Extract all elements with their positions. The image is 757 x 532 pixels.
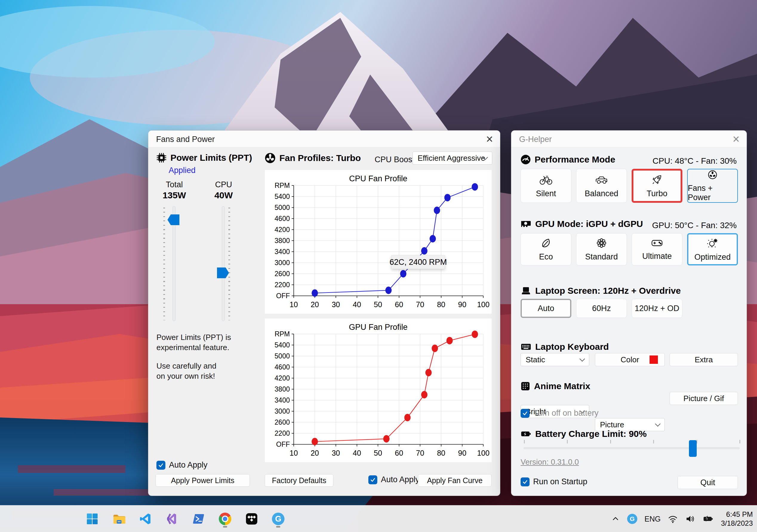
quit-button[interactable]: Quit xyxy=(678,476,738,489)
svg-text:5400: 5400 xyxy=(275,193,290,200)
close-icon[interactable]: × xyxy=(727,131,745,147)
keyboard-icon xyxy=(521,343,531,351)
keyboard-color-button[interactable]: Color xyxy=(595,353,665,366)
gpu-fan-profile-chart[interactable]: GPU Fan Profile102030405060708090100OFF2… xyxy=(265,319,492,462)
gpu-mode-heading: GPU Mode: iGPU + dGPU xyxy=(521,219,643,229)
perf-fans-power-button[interactable]: Fans + Power xyxy=(687,169,738,203)
fans-window-title: Fans and Power xyxy=(156,135,215,144)
powershell-button[interactable] xyxy=(189,510,208,528)
svg-text:OFF: OFF xyxy=(276,440,290,448)
close-icon[interactable]: × xyxy=(481,131,498,147)
gpu-ultimate-button[interactable]: Ultimate xyxy=(632,233,682,266)
svg-text:10: 10 xyxy=(289,300,298,309)
svg-text:50: 50 xyxy=(374,300,382,309)
car-icon xyxy=(594,174,608,185)
power-limits-heading: Power Limits (PPT) xyxy=(156,153,252,163)
battery-limit-slider-handle[interactable] xyxy=(689,440,697,457)
tidal-icon xyxy=(245,513,258,525)
screen-120hz-od-button[interactable]: 120Hz + OD xyxy=(632,299,682,318)
taskbar-clock[interactable]: 6:45 PM 3/18/2023 xyxy=(721,510,753,528)
svg-text:40: 40 xyxy=(353,300,361,309)
svg-text:2200: 2200 xyxy=(275,430,290,437)
chevron-up-icon[interactable] xyxy=(611,515,620,523)
tidal-button[interactable] xyxy=(242,510,261,528)
gpu-standard-button[interactable]: Standard xyxy=(576,233,627,266)
svg-text:90: 90 xyxy=(458,300,467,309)
svg-text:3400: 3400 xyxy=(275,248,290,256)
perf-turbo-button[interactable]: Turbo xyxy=(632,169,682,203)
ghelper-tray-icon[interactable]: G xyxy=(627,514,637,524)
chrome-button[interactable] xyxy=(216,510,234,528)
language-indicator[interactable]: ENG xyxy=(645,515,661,523)
factory-defaults-button[interactable]: Factory Defaults xyxy=(265,474,333,487)
fan-icon xyxy=(265,153,276,163)
svg-text:OFF: OFF xyxy=(276,292,290,300)
fan-outline-icon xyxy=(707,169,718,180)
start-button[interactable] xyxy=(83,510,102,528)
svg-text:5400: 5400 xyxy=(275,341,290,349)
svg-text:80: 80 xyxy=(437,449,445,457)
applied-link[interactable]: Applied xyxy=(169,166,196,175)
vscode-button[interactable] xyxy=(136,510,155,528)
curve-auto-apply-checkbox[interactable]: Auto Apply xyxy=(368,475,419,484)
svg-text:30: 30 xyxy=(332,300,340,309)
cpu-boost-select[interactable]: Efficient Aggressive xyxy=(412,152,492,165)
file-explorer-button[interactable] xyxy=(109,510,128,528)
svg-text:RPM: RPM xyxy=(275,330,290,338)
picture-gif-button[interactable]: Picture / Gif xyxy=(670,392,738,405)
visual-studio-button[interactable] xyxy=(163,510,181,528)
cpu-boost-label: CPU Boost xyxy=(375,155,415,164)
slider-tick xyxy=(524,440,525,443)
taskbar: G G ENG xyxy=(0,505,757,532)
svg-text:100: 100 xyxy=(477,300,490,309)
visual-studio-icon xyxy=(166,513,178,525)
turn-off-on-battery-checkbox[interactable]: Turn off on battery xyxy=(521,408,598,418)
bicycle-icon xyxy=(539,174,553,185)
svg-text:2600: 2600 xyxy=(275,418,290,426)
leaf-icon xyxy=(540,238,552,249)
cpu-fan-profile-chart[interactable]: CPU Fan Profile102030405060708090100OFF2… xyxy=(265,170,492,314)
keyboard-extra-button[interactable]: Extra xyxy=(670,353,738,366)
perf-balanced-button[interactable]: Balanced xyxy=(576,169,627,203)
total-slider-handle[interactable] xyxy=(167,214,179,225)
wifi-icon[interactable] xyxy=(668,514,678,524)
matrix-icon xyxy=(521,381,530,391)
gauge-icon xyxy=(521,154,531,165)
battery-limit-slider[interactable] xyxy=(524,447,740,449)
battery-charge-heading: Battery Charge Limit: 90% xyxy=(521,429,647,439)
gpu-eco-button[interactable]: Eco xyxy=(521,233,571,266)
keyboard-mode-select[interactable]: Static xyxy=(521,353,589,366)
color-swatch xyxy=(650,355,658,364)
perf-silent-button[interactable]: Silent xyxy=(521,169,571,203)
fans-and-power-window: Fans and Power × Power Limits (PPT) Appl… xyxy=(148,130,500,496)
windows-start-icon xyxy=(86,513,99,525)
ghelper-taskbar-button[interactable]: G xyxy=(269,510,288,528)
screen-auto-button[interactable]: Auto xyxy=(521,299,571,318)
ppt-note-2: Use carefully and on your own risk! xyxy=(156,361,216,381)
system-tray: G ENG 6:45 PM 3/18/2023 xyxy=(611,505,753,532)
version-link[interactable]: Version: 0.31.0.0 xyxy=(521,458,579,467)
slider-tick xyxy=(610,440,611,443)
screen-60hz-button[interactable]: 60Hz xyxy=(576,299,627,318)
battery-charging-icon[interactable] xyxy=(702,514,714,524)
cpu-slider-ticks xyxy=(228,208,230,320)
fans-titlebar[interactable]: Fans and Power × xyxy=(148,131,500,147)
cpu-slider-handle[interactable] xyxy=(217,267,229,278)
svg-text:5000: 5000 xyxy=(275,204,290,211)
slider-tick xyxy=(740,440,740,443)
power-auto-apply-checkbox[interactable]: Auto Apply xyxy=(156,461,207,470)
laptop-screen-heading: Laptop Screen: 120Hz + Overdrive xyxy=(521,286,681,296)
run-on-startup-checkbox[interactable]: Run on Startup xyxy=(521,477,588,486)
svg-text:100: 100 xyxy=(477,449,490,457)
ghelper-titlebar[interactable]: G-Helper × xyxy=(511,131,746,147)
rocket-icon xyxy=(651,174,663,185)
svg-text:4600: 4600 xyxy=(275,363,290,371)
volume-icon[interactable] xyxy=(685,514,695,524)
svg-text:GPU Fan Profile: GPU Fan Profile xyxy=(349,323,408,332)
apply-fan-curve-button[interactable]: Apply Fan Curve xyxy=(418,474,492,487)
svg-text:30: 30 xyxy=(332,449,340,457)
cpu-slider-track[interactable] xyxy=(222,206,225,321)
svg-text:20: 20 xyxy=(311,300,319,309)
apply-power-limits-button[interactable]: Apply Power Limits xyxy=(156,474,250,487)
gpu-optimized-button[interactable]: Optimized xyxy=(687,233,738,266)
